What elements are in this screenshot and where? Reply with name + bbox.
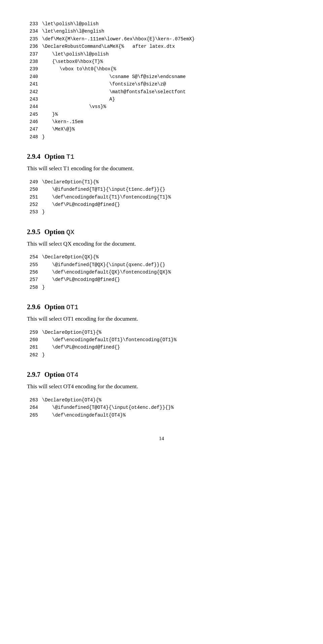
line-content: A} xyxy=(42,96,115,103)
code-line-241: 241 \fontsize\sf@size\z@ xyxy=(27,80,296,88)
line-content: \DeclareOption{OT4}{% xyxy=(42,396,101,404)
line-content: \DeclareRobustCommand\LaMeX{% after late… xyxy=(42,43,175,50)
code-line-234: 234 \let\english\l@english xyxy=(27,28,296,35)
code-block-5: 263 \DeclareOption{OT4}{% 264 \@ifundefi… xyxy=(27,396,296,419)
section-title: Option OT1 xyxy=(44,303,78,311)
line-number: 236 xyxy=(27,43,42,50)
code-line-257: 257 \def\PL@ncodingd@fined{} xyxy=(27,276,296,283)
code-line-247: 247 \MeX\@}% xyxy=(27,126,296,133)
code-line-254: 254 \DeclareOption{QX}{% xyxy=(27,253,296,261)
code-line-262: 262 } xyxy=(27,351,296,359)
code-line-248: 248 } xyxy=(27,133,296,141)
line-number: 259 xyxy=(27,329,42,336)
line-content: \DeclareOption{T1}{% xyxy=(42,178,99,186)
section-2-9-4-desc: This will select T1 encoding for the doc… xyxy=(27,164,296,173)
section-number: 2.9.4 xyxy=(27,153,40,160)
section-title: Option QX xyxy=(44,228,74,236)
line-number: 261 xyxy=(27,344,42,351)
line-content: } xyxy=(42,351,45,359)
line-content: \let\polish\l@polish xyxy=(42,50,109,58)
line-number: 263 xyxy=(27,396,42,404)
line-number: 246 xyxy=(27,118,42,126)
line-number: 247 xyxy=(27,126,42,133)
line-content: } xyxy=(42,208,45,216)
line-number: 245 xyxy=(27,111,42,118)
line-content: \def\PL@ncodingd@fined{} xyxy=(42,344,120,351)
code-line-242: 242 \math@fontsfalse\selectfont xyxy=(27,88,296,96)
code-line-264: 264 \@ifundefined{T@OT4}{\input{ot4enc.d… xyxy=(27,404,296,411)
line-content: \def\encodingdefault{OT4}% xyxy=(42,412,125,419)
line-content: \kern-.15em xyxy=(42,118,83,126)
line-number: 249 xyxy=(27,178,42,186)
section-title-code: QX xyxy=(66,228,74,236)
section-number: 2.9.7 xyxy=(27,371,40,379)
line-content: \def\encodingdefault{OT1}\fontencoding{O… xyxy=(42,336,177,344)
line-number: 264 xyxy=(27,404,42,411)
line-number: 237 xyxy=(27,50,42,58)
code-line-238: 238 {\setbox0\hbox{T}% xyxy=(27,58,296,65)
code-line-249: 249 \DeclareOption{T1}{% xyxy=(27,178,296,186)
code-block-3: 254 \DeclareOption{QX}{% 255 \@ifundefin… xyxy=(27,253,296,291)
line-number: 265 xyxy=(27,412,42,419)
line-number: 250 xyxy=(27,186,42,193)
section-title-code: T1 xyxy=(66,153,74,161)
section-2-9-4-heading: 2.9.4 Option T1 xyxy=(27,153,296,161)
line-content: \math@fontsfalse\selectfont xyxy=(42,88,186,96)
code-line-265: 265 \def\encodingdefault{OT4}% xyxy=(27,412,296,419)
code-line-233: 233 \let\polish\l@polish xyxy=(27,20,296,28)
line-number: 244 xyxy=(27,103,42,110)
code-line-255: 255 \@ifundefined{T@QX}{\input{qxenc.def… xyxy=(27,261,296,269)
line-number: 239 xyxy=(27,65,42,73)
code-line-239: 239 \vbox to\ht0{\hbox{% xyxy=(27,65,296,73)
line-content: \vss}% xyxy=(42,103,106,110)
code-line-240: 240 \csname S@\f@size\endcsname xyxy=(27,73,296,80)
section-number: 2.9.5 xyxy=(27,228,40,236)
line-content: \def\PL@ncodingd@fined{} xyxy=(42,276,120,283)
section-2-9-5-heading: 2.9.5 Option QX xyxy=(27,228,296,236)
line-content: \DeclareOption{QX}{% xyxy=(42,253,99,261)
section-2-9-7-desc: This will select OT4 encoding for the do… xyxy=(27,382,296,391)
line-number: 234 xyxy=(27,28,42,35)
line-number: 256 xyxy=(27,269,42,276)
code-block-1: 233 \let\polish\l@polish 234 \let\englis… xyxy=(27,20,296,141)
line-content: \def\PL@ncodingd@fined{} xyxy=(42,201,120,208)
line-number: 248 xyxy=(27,133,42,141)
line-content: \def\encodingdefault{T1}\fontencoding{T1… xyxy=(42,193,171,201)
line-number: 233 xyxy=(27,20,42,28)
code-line-256: 256 \def\encodingdefault{QX}\fontencodin… xyxy=(27,269,296,276)
section-title: Option T1 xyxy=(44,153,74,161)
line-content: \vbox to\ht0{\hbox{% xyxy=(42,65,116,73)
line-content: }% xyxy=(42,111,58,118)
line-content: \let\polish\l@polish xyxy=(42,20,99,28)
section-2-9-7-heading: 2.9.7 Option OT4 xyxy=(27,371,296,379)
section-title-text: Option xyxy=(44,228,65,236)
section-title-text: Option xyxy=(44,303,65,311)
section-2-9-6-desc: This will select OT1 encoding for the do… xyxy=(27,315,296,323)
section-2-9-5-desc: This will select QX encoding for the doc… xyxy=(27,240,296,248)
line-number: 258 xyxy=(27,284,42,291)
code-line-258: 258 } xyxy=(27,284,296,291)
line-content: \def\MeX{M\kern-.111em\lower.6ex\hbox{E}… xyxy=(42,35,195,43)
line-content: \csname S@\f@size\endcsname xyxy=(42,73,186,80)
code-block-4: 259 \DeclareOption{OT1}{% 260 \def\encod… xyxy=(27,329,296,359)
line-content: \@ifundefined{T@T1}{\input{t1enc.def}}{} xyxy=(42,186,165,193)
code-line-261: 261 \def\PL@ncodingd@fined{} xyxy=(27,344,296,351)
section-title-code: OT1 xyxy=(66,303,78,311)
code-line-237: 237 \let\polish\l@polish xyxy=(27,50,296,58)
code-line-263: 263 \DeclareOption{OT4}{% xyxy=(27,396,296,404)
section-title-text: Option xyxy=(44,371,65,378)
section-number: 2.9.6 xyxy=(27,303,40,311)
section-title: Option OT4 xyxy=(44,371,78,379)
line-number: 254 xyxy=(27,253,42,261)
line-number: 242 xyxy=(27,88,42,96)
code-line-250: 250 \@ifundefined{T@T1}{\input{t1enc.def… xyxy=(27,186,296,193)
line-content: \let\english\l@english xyxy=(42,28,104,35)
code-line-259: 259 \DeclareOption{OT1}{% xyxy=(27,329,296,336)
line-number: 240 xyxy=(27,73,42,80)
line-content: \DeclareOption{OT1}{% xyxy=(42,329,101,336)
code-line-252: 252 \def\PL@ncodingd@fined{} xyxy=(27,201,296,208)
code-line-245: 245 }% xyxy=(27,111,296,118)
page-number: 14 xyxy=(27,436,296,441)
line-number: 235 xyxy=(27,35,42,43)
code-line-246: 246 \kern-.15em xyxy=(27,118,296,126)
